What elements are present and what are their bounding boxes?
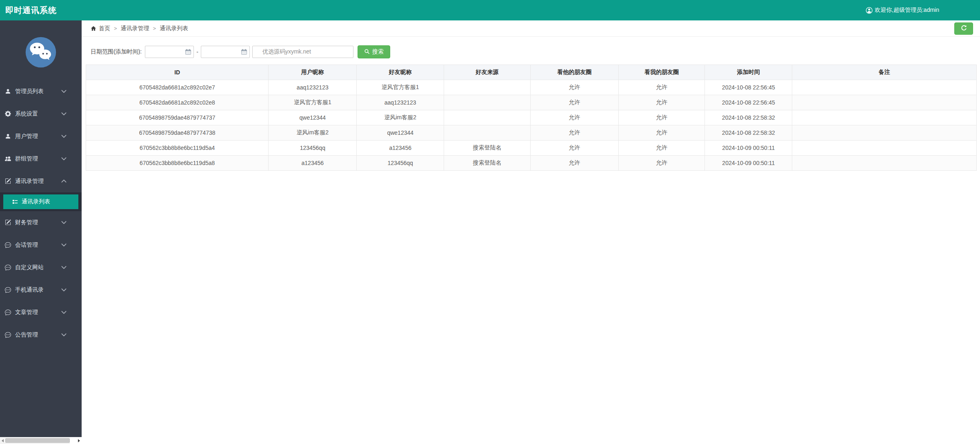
chevron-down-icon xyxy=(61,309,67,316)
table-row: 67054898759dae4879774738逆风im客服2qwe12344允… xyxy=(86,125,977,141)
table-cell: 2024-10-08 22:56:45 xyxy=(705,80,792,95)
breadcrumb-item[interactable]: 通讯录列表 xyxy=(160,25,188,32)
table-cell: aaq1232123 xyxy=(269,80,357,95)
scrollbar-track[interactable] xyxy=(70,437,82,444)
comment-icon xyxy=(5,264,11,271)
sidebar-item[interactable]: 文章管理 xyxy=(0,301,82,324)
table-cell xyxy=(792,125,977,141)
refresh-button[interactable] xyxy=(954,22,973,35)
comment-icon xyxy=(5,332,11,338)
column-header: ID xyxy=(86,65,269,80)
table-cell: 670562c3bb8b8e6bc119d5a8 xyxy=(86,156,269,171)
table-row: 670562c3bb8b8e6bc119d5a4123456qqa123456搜… xyxy=(86,141,977,156)
column-header: 用户昵称 xyxy=(269,65,357,80)
table-cell xyxy=(444,80,531,95)
table-cell: 允许 xyxy=(530,156,618,171)
table-cell: 搜索登陆名 xyxy=(444,156,531,171)
table-cell: 逆风官方客服1 xyxy=(357,80,444,95)
column-header: 好友昵称 xyxy=(357,65,444,80)
sidebar-item[interactable]: 手机通讯录 xyxy=(0,279,82,301)
user-icon xyxy=(5,88,11,95)
sidebar-horizontal-scrollbar[interactable] xyxy=(0,437,82,444)
table-cell: 允许 xyxy=(530,125,618,141)
table-cell: 2024-10-08 22:56:45 xyxy=(705,95,792,110)
date-end-input[interactable] xyxy=(201,46,250,58)
table-cell: 允许 xyxy=(530,95,618,110)
refresh-icon xyxy=(960,25,967,33)
chevron-down-icon xyxy=(61,111,67,117)
sidebar-item-label: 群组管理 xyxy=(15,155,61,163)
table-cell: qwe12344 xyxy=(269,110,357,125)
table-cell: 6705482da6681a2c892c02e7 xyxy=(86,80,269,95)
sidebar-item[interactable]: 通讯录管理 xyxy=(0,170,82,192)
sidebar-item[interactable]: 公告管理 xyxy=(0,324,82,346)
table-cell: 搜索登陆名 xyxy=(444,141,531,156)
submenu: 通讯录列表 xyxy=(0,192,82,211)
table-cell: 逆风im客服2 xyxy=(269,125,357,141)
column-header: 备注 xyxy=(792,65,977,80)
search-button[interactable]: 搜索 xyxy=(358,45,390,58)
table-cell xyxy=(792,141,977,156)
breadcrumb-bar: 首页>通讯录管理>通讯录列表 xyxy=(82,20,980,37)
sidebar-item-label: 财务管理 xyxy=(15,219,61,226)
sidebar-item[interactable]: 管理员列表 xyxy=(0,80,82,103)
sidebar-item-label: 会话管理 xyxy=(15,241,61,249)
comment-icon xyxy=(5,309,11,316)
sidebar-item[interactable]: 系统设置 xyxy=(0,103,82,125)
sidebar-item[interactable]: 自定义网站 xyxy=(0,256,82,279)
user-circle-icon xyxy=(866,7,873,14)
table-cell xyxy=(792,95,977,110)
gear-icon xyxy=(5,111,11,117)
table-cell: 逆风官方客服1 xyxy=(269,95,357,110)
sidebar-item-label: 用户管理 xyxy=(15,133,61,140)
table-cell: 2024-10-09 00:50:11 xyxy=(705,156,792,171)
chevron-down-icon xyxy=(61,332,67,338)
chevron-down-icon xyxy=(61,219,67,226)
table-cell: 允许 xyxy=(618,156,705,171)
table-cell xyxy=(792,156,977,171)
sidebar-item[interactable]: 会话管理 xyxy=(0,234,82,256)
table-cell: a123456 xyxy=(269,156,357,171)
table-wrap: ID用户昵称好友昵称好友来源看他的朋友圈看我的朋友圈添加时间备注 6705482… xyxy=(86,65,977,171)
date-separator: - xyxy=(196,49,198,55)
table-cell: 允许 xyxy=(530,80,618,95)
breadcrumb-item[interactable]: 通讯录管理 xyxy=(121,25,149,32)
sidebar-item-label: 系统设置 xyxy=(15,110,61,118)
table-cell xyxy=(792,110,977,125)
table-cell: 允许 xyxy=(618,95,705,110)
contacts-table: ID用户昵称好友昵称好友来源看他的朋友圈看我的朋友圈添加时间备注 6705482… xyxy=(86,65,977,171)
keyword-input[interactable] xyxy=(252,46,353,58)
calendar-icon[interactable] xyxy=(241,49,247,55)
table-cell: 允许 xyxy=(530,141,618,156)
table-cell: qwe12344 xyxy=(357,125,444,141)
search-row: 日期范围(添加时间): - 搜索 xyxy=(91,45,980,58)
welcome-text: 欢迎你,超级管理员:admin xyxy=(875,7,939,14)
scroll-left-arrow-icon[interactable] xyxy=(0,437,5,444)
breadcrumb-item[interactable]: 首页 xyxy=(99,25,110,32)
scrollbar-thumb[interactable] xyxy=(5,438,70,443)
calendar-icon[interactable] xyxy=(185,49,191,55)
chevron-down-icon xyxy=(61,156,67,162)
chevron-up-icon xyxy=(61,178,67,185)
app-title: 即时通讯系统 xyxy=(0,5,57,16)
scroll-right-arrow-icon[interactable] xyxy=(76,437,82,444)
list-icon xyxy=(12,199,18,205)
table-row: 6705482da6681a2c892c02e8逆风官方客服1aaq123212… xyxy=(86,95,977,110)
table-cell: 2024-10-09 00:50:11 xyxy=(705,141,792,156)
edit-icon xyxy=(5,219,11,226)
date-start-input[interactable] xyxy=(145,46,194,58)
breadcrumb-separator: > xyxy=(114,25,117,31)
sidebar-item-label: 手机通讯录 xyxy=(15,286,61,294)
chevron-down-icon xyxy=(61,287,67,293)
sidebar-item[interactable]: 用户管理 xyxy=(0,125,82,147)
main-content: 日期范围(添加时间): - 搜索 ID用户昵称好友昵称好友来源看他的朋友圈看我的… xyxy=(82,37,980,444)
table-header-row: ID用户昵称好友昵称好友来源看他的朋友圈看我的朋友圈添加时间备注 xyxy=(86,65,977,80)
sidebar-item-label: 文章管理 xyxy=(15,309,61,316)
sidebar-item-label: 自定义网站 xyxy=(15,264,61,271)
sidebar-subitem[interactable]: 通讯录列表 xyxy=(3,194,78,209)
table-cell: 670562c3bb8b8e6bc119d5a4 xyxy=(86,141,269,156)
sidebar-item[interactable]: 财务管理 xyxy=(0,211,82,234)
sidebar-item-label: 通讯录管理 xyxy=(15,178,61,185)
users-icon xyxy=(5,156,11,162)
sidebar-item[interactable]: 群组管理 xyxy=(0,147,82,170)
